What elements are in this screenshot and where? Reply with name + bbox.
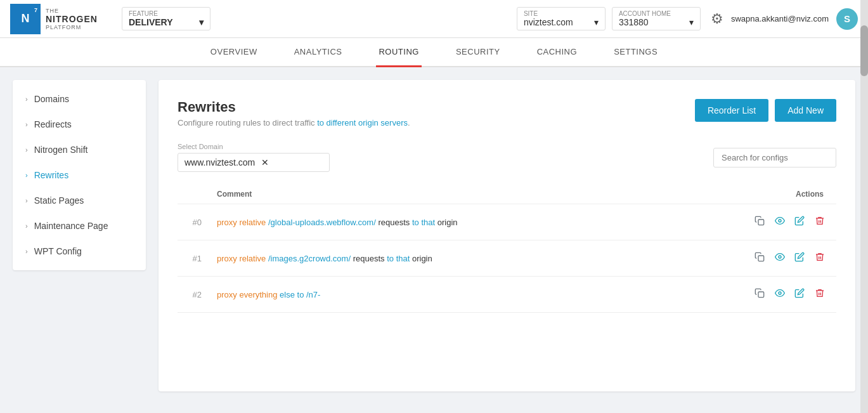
row-num: #2: [178, 277, 209, 313]
nav-security[interactable]: SECURITY: [453, 38, 503, 67]
sidebar-item-wpt-config[interactable]: › WPT Config: [13, 239, 146, 264]
account-label: ACCOUNT HOME: [619, 10, 694, 17]
feature-dropdown[interactable]: FEATURE DELIVERY: [122, 7, 211, 30]
keyword-that: that: [396, 254, 410, 263]
domain-select-wrap: Select Domain www.nviztest.com ✕: [178, 143, 330, 172]
logo-the: THE: [46, 8, 98, 14]
domain-select-field[interactable]: www.nviztest.com ✕: [178, 153, 330, 172]
view-button[interactable]: [771, 249, 789, 267]
comment-word: origin: [437, 218, 458, 227]
sidebar-chevron-static-pages: ›: [25, 197, 28, 204]
search-configs-input[interactable]: [713, 148, 836, 167]
copy-button[interactable]: [751, 213, 768, 231]
keyword-to: to: [387, 254, 394, 263]
scrollbar[interactable]: [860, 0, 868, 404]
nav-settings[interactable]: SETTINGS: [611, 38, 660, 67]
avatar[interactable]: S: [836, 8, 858, 30]
scrollbar-thumb[interactable]: [860, 25, 868, 76]
sidebar-label-redirects: Redirects: [34, 119, 72, 129]
subtitle-link[interactable]: to different origin servers: [317, 118, 408, 128]
sidebar-item-domains[interactable]: › Domains: [13, 86, 146, 112]
sidebar-label-rewrites: Rewrites: [34, 170, 68, 180]
copy-button[interactable]: [751, 249, 768, 267]
logo-platform: PLATFORM: [46, 24, 98, 30]
edit-button[interactable]: [791, 213, 808, 231]
sidebar-chevron-nitrogen-shift: ›: [25, 146, 28, 154]
gear-icon[interactable]: ⚙: [711, 11, 723, 27]
svg-rect-0: [758, 220, 764, 225]
logo-text: THE NITROGEN PLATFORM: [46, 8, 98, 30]
account-dropdown[interactable]: ACCOUNT HOME 331880: [612, 7, 701, 30]
row-num: #1: [178, 240, 209, 277]
domain-select-label: Select Domain: [178, 143, 330, 150]
edit-button[interactable]: [791, 249, 808, 267]
comment-word: requests: [378, 218, 410, 227]
row-num: #0: [178, 204, 209, 240]
logo-n: N: [22, 12, 30, 25]
edit-button[interactable]: [791, 285, 808, 303]
table-row: #2proxy everything else to /n7-: [178, 277, 836, 313]
copy-button[interactable]: [751, 285, 768, 303]
sidebar-chevron-wpt: ›: [25, 247, 28, 255]
sidebar-label-maintenance: Maintenance Page: [34, 221, 108, 231]
panel-title-area: Rewrites Configure routing rules to dire…: [178, 99, 410, 128]
keyword-relative: relative: [239, 218, 266, 227]
column-comment: Comment: [209, 185, 669, 204]
nav-analytics[interactable]: ANALYTICS: [292, 38, 345, 67]
view-button[interactable]: [771, 285, 789, 303]
sidebar-item-rewrites[interactable]: › Rewrites: [13, 162, 146, 188]
delete-button[interactable]: [811, 249, 829, 267]
logo-nitrogen: NITROGEN: [46, 14, 98, 24]
header: 7 N THE NITROGEN PLATFORM FEATURE DELIVE…: [0, 0, 868, 38]
svg-point-5: [779, 292, 781, 294]
sidebar-item-maintenance-page[interactable]: › Maintenance Page: [13, 213, 146, 239]
sidebar-label-static-pages: Static Pages: [34, 195, 84, 206]
delete-button[interactable]: [811, 213, 829, 231]
nav-routing[interactable]: ROUTING: [376, 38, 421, 67]
path-value: /global-uploads.webflow.com/: [268, 218, 376, 227]
header-icons: ⚙ swapna.akkanti@nviz.com S: [711, 8, 858, 30]
add-new-button[interactable]: Add New: [775, 99, 836, 122]
content-area: › Domains › Redirects › Nitrogen Shift ›…: [0, 67, 868, 404]
reorder-list-button[interactable]: Reorder List: [695, 99, 768, 122]
sidebar-chevron-maintenance: ›: [25, 222, 28, 230]
sidebar: › Domains › Redirects › Nitrogen Shift ›…: [13, 80, 146, 270]
sidebar-item-static-pages[interactable]: › Static Pages: [13, 188, 146, 213]
panel-subtitle: Configure routing rules to direct traffi…: [178, 118, 410, 128]
site-dropdown[interactable]: SITE nviztest.com: [517, 7, 606, 30]
sidebar-chevron-redirects: ›: [25, 121, 28, 128]
sidebar-item-redirects[interactable]: › Redirects: [13, 112, 146, 137]
page-title: Rewrites: [178, 99, 410, 115]
table-row: #0proxy relative /global-uploads.webflow…: [178, 204, 836, 240]
logo-superscript: 7: [34, 7, 37, 13]
logo-icon: 7 N: [10, 4, 41, 34]
path-value: /n7-: [306, 290, 320, 299]
domain-clear-icon[interactable]: ✕: [261, 157, 323, 167]
sidebar-chevron-domains: ›: [25, 95, 28, 103]
nav-overview[interactable]: OVERVIEW: [208, 38, 260, 67]
table-row: #1proxy relative /images.g2crowd.com/ re…: [178, 240, 836, 277]
account-value: 331880: [619, 17, 694, 27]
site-label: SITE: [524, 10, 599, 17]
sidebar-chevron-rewrites: ›: [25, 171, 28, 179]
sidebar-item-nitrogen-shift[interactable]: › Nitrogen Shift: [13, 137, 146, 162]
svg-rect-2: [758, 256, 764, 261]
feature-label: FEATURE: [129, 10, 204, 17]
config-table: Comment Actions #0proxy relative /global…: [178, 185, 836, 313]
svg-point-3: [779, 256, 781, 258]
row-actions: [669, 277, 836, 313]
row-comment: proxy everything else to /n7-: [209, 277, 669, 313]
sidebar-label-wpt: WPT Config: [34, 246, 82, 256]
delete-button[interactable]: [811, 285, 829, 303]
svg-rect-4: [758, 292, 764, 298]
domain-select-value: www.nviztest.com: [185, 157, 255, 167]
sidebar-label-nitrogen-shift: Nitrogen Shift: [34, 145, 88, 155]
keyword-to: to: [297, 290, 304, 299]
keyword-relative: everything: [239, 290, 277, 299]
nav-caching[interactable]: CACHING: [534, 38, 580, 67]
main-panel: Rewrites Configure routing rules to dire…: [159, 80, 855, 391]
view-button[interactable]: [771, 213, 789, 231]
keyword-to: to: [412, 218, 419, 227]
account-chevron-icon: [689, 17, 694, 27]
path-value: /images.g2crowd.com/: [268, 254, 351, 263]
